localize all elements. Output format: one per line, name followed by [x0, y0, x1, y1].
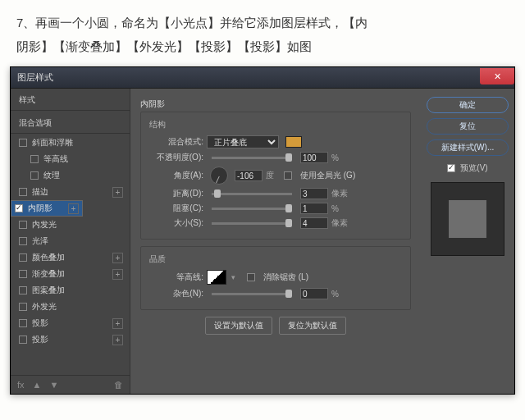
- preview-swatch: [449, 200, 486, 238]
- fx-label[interactable]: fx: [17, 380, 25, 390]
- effect-gradient-overlay[interactable]: 渐变叠加+: [11, 266, 130, 282]
- chevron-down-icon[interactable]: ▾: [231, 273, 235, 281]
- distance-slider[interactable]: .slider[style*="--p:3%"]::after{right:au…: [212, 193, 292, 195]
- effect-contour[interactable]: 等高线: [11, 151, 130, 167]
- effect-drop-shadow-2[interactable]: 投影+: [11, 331, 130, 348]
- sidebar-blend-options[interactable]: 混合选项: [11, 112, 130, 132]
- unit-deg: 度: [266, 170, 274, 181]
- contour-picker[interactable]: [207, 270, 226, 285]
- add-icon[interactable]: +: [112, 269, 123, 280]
- angle-dial[interactable]: [210, 167, 228, 185]
- opacity-slider[interactable]: [212, 157, 292, 159]
- checkbox[interactable]: [19, 139, 27, 147]
- instruction-line2: 阴影】【渐变叠加】【外发光】【投影】【投影】如图: [16, 35, 509, 59]
- up-icon[interactable]: ▲: [33, 380, 42, 390]
- checkbox[interactable]: [19, 188, 27, 196]
- opacity-input[interactable]: [300, 152, 328, 163]
- add-icon[interactable]: +: [112, 335, 123, 345]
- unit-px: 像素: [331, 188, 348, 199]
- effect-satin[interactable]: 光泽: [11, 233, 130, 249]
- noise-input[interactable]: [300, 288, 328, 299]
- antialias-checkbox[interactable]: [247, 273, 255, 281]
- reset-button[interactable]: 复位: [427, 118, 509, 135]
- blend-mode-select[interactable]: 正片叠底: [207, 135, 279, 148]
- structure-heading: 结构: [149, 119, 402, 130]
- quality-heading: 品质: [149, 253, 402, 265]
- effect-outer-glow[interactable]: 外发光: [11, 299, 130, 315]
- close-button[interactable]: ✕: [480, 68, 514, 84]
- checkbox[interactable]: [30, 171, 39, 180]
- preview-checkbox[interactable]: [447, 164, 455, 172]
- checkbox[interactable]: [19, 303, 27, 311]
- checkbox[interactable]: [19, 253, 27, 262]
- add-icon[interactable]: +: [68, 203, 79, 214]
- settings-panel: 内阴影 结构 混合模式: 正片叠底 不透明度(O): % 角度(A):: [130, 89, 421, 394]
- set-default-button[interactable]: 设置为默认值: [205, 317, 272, 335]
- add-icon[interactable]: +: [112, 253, 123, 263]
- effect-inner-shadow[interactable]: 内阴影+: [11, 200, 83, 217]
- preview-label: 预览(V): [460, 162, 487, 174]
- effect-stroke[interactable]: 描边+: [11, 184, 130, 200]
- sidebar-footer: fx ▲ ▼ 🗑: [11, 375, 130, 394]
- angle-label: 角度(A):: [149, 170, 203, 181]
- down-icon[interactable]: ▼: [49, 380, 58, 390]
- unit-px: 像素: [331, 217, 348, 229]
- color-swatch[interactable]: [285, 136, 302, 148]
- choke-input[interactable]: [300, 203, 328, 214]
- checkbox[interactable]: [19, 286, 27, 294]
- unit-pct: %: [331, 290, 339, 299]
- checkbox-checked[interactable]: [15, 204, 23, 212]
- add-icon[interactable]: +: [112, 318, 123, 329]
- effect-drop-shadow-1[interactable]: 投影+: [11, 315, 130, 331]
- effect-texture[interactable]: 纹理: [11, 167, 130, 184]
- checkbox[interactable]: [19, 336, 27, 344]
- unit-pct: %: [331, 204, 339, 213]
- unit-pct: %: [331, 153, 339, 162]
- checkbox[interactable]: [19, 319, 27, 327]
- size-slider[interactable]: [212, 222, 292, 225]
- structure-group: 结构 混合模式: 正片叠底 不透明度(O): % 角度(A): 度: [140, 112, 411, 240]
- size-input[interactable]: [300, 217, 328, 229]
- noise-label: 杂色(N):: [149, 288, 203, 299]
- window-title: 图层样式: [17, 71, 53, 84]
- sidebar-styles[interactable]: 样式: [11, 89, 130, 109]
- distance-label: 距离(D):: [149, 188, 203, 199]
- trash-icon[interactable]: 🗑: [114, 380, 123, 390]
- effect-color-overlay[interactable]: 颜色叠加+: [11, 249, 130, 266]
- effects-sidebar: 样式 混合选项 斜面和浮雕 等高线 纹理 描边+ 内阴影+ 内发光 光泽 颜色叠…: [11, 89, 130, 394]
- choke-label: 阻塞(C):: [149, 203, 203, 214]
- angle-input[interactable]: [235, 170, 262, 181]
- opacity-label: 不透明度(O):: [149, 152, 203, 163]
- right-column: 确定 复位 新建样式(W)... 预览(V): [421, 89, 514, 394]
- checkbox[interactable]: [30, 155, 39, 163]
- reset-default-button[interactable]: 复位为默认值: [279, 317, 346, 335]
- quality-group: 品质 等高线: ▾ 消除锯齿 (L) 杂色(N): %: [140, 246, 411, 310]
- layer-style-dialog: 图层样式 ✕ 样式 混合选项 斜面和浮雕 等高线 纹理 描边+ 内阴影+ 内发光…: [10, 66, 515, 395]
- global-light-checkbox[interactable]: [284, 171, 292, 180]
- effect-bevel[interactable]: 斜面和浮雕: [11, 135, 130, 151]
- effect-pattern-overlay[interactable]: 图案叠加: [11, 282, 130, 299]
- new-style-button[interactable]: 新建样式(W)...: [427, 139, 509, 156]
- blend-mode-label: 混合模式:: [149, 136, 203, 148]
- effect-inner-glow[interactable]: 内发光: [11, 217, 130, 233]
- choke-slider[interactable]: [212, 208, 292, 210]
- ok-button[interactable]: 确定: [427, 97, 509, 113]
- panel-title: 内阴影: [140, 98, 411, 110]
- global-light-label: 使用全局光 (G): [300, 170, 355, 181]
- contour-label: 等高线:: [149, 272, 203, 283]
- checkbox[interactable]: [19, 221, 27, 229]
- distance-input[interactable]: [300, 188, 328, 199]
- preview-box: [431, 182, 504, 256]
- add-icon[interactable]: +: [112, 187, 123, 198]
- checkbox[interactable]: [19, 270, 27, 278]
- checkbox[interactable]: [19, 237, 27, 245]
- noise-slider[interactable]: [212, 293, 292, 295]
- instruction-line1: 7、再画一个小圆，命名为【小光点】并给它添加图层样式，【内: [16, 11, 509, 35]
- titlebar: 图层样式 ✕: [11, 67, 514, 89]
- size-label: 大小(S):: [149, 217, 203, 229]
- antialias-label: 消除锯齿 (L): [263, 272, 308, 283]
